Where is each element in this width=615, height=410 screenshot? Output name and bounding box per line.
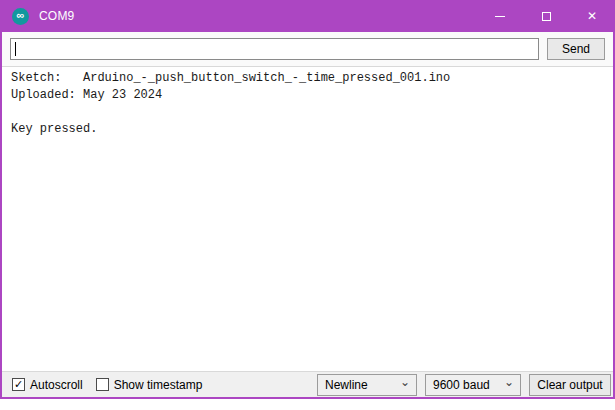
autoscroll-checkbox[interactable]: ✓ Autoscroll <box>12 378 83 392</box>
console-line: Uploaded: May 23 2024 <box>11 87 613 104</box>
checkbox-checked-icon: ✓ <box>12 378 25 391</box>
checkbox-unchecked-icon <box>96 378 109 391</box>
minimize-button[interactable] <box>477 0 523 32</box>
checkmark-icon: ✓ <box>14 379 23 390</box>
window-controls: ✕ <box>477 0 615 32</box>
maximize-icon <box>542 12 551 21</box>
serial-monitor-window: ∞ COM9 ✕ Send Sketch: Arduino_-_push_but… <box>0 0 615 399</box>
baud-rate-value: 9600 baud <box>433 378 490 392</box>
serial-input[interactable] <box>10 38 539 60</box>
console-line: Key pressed. <box>11 121 613 138</box>
show-timestamp-label: Show timestamp <box>114 378 203 392</box>
minimize-icon <box>495 16 505 17</box>
maximize-button[interactable] <box>523 0 569 32</box>
chevron-down-icon: ⌄ <box>504 379 514 386</box>
close-button[interactable]: ✕ <box>569 0 615 32</box>
show-timestamp-checkbox[interactable]: Show timestamp <box>96 378 203 392</box>
arduino-logo-icon: ∞ <box>12 8 29 25</box>
infinity-glyph: ∞ <box>17 10 25 21</box>
serial-input-wrap <box>10 38 539 60</box>
close-icon: ✕ <box>587 10 597 22</box>
send-button[interactable]: Send <box>547 38 605 60</box>
autoscroll-label: Autoscroll <box>30 378 83 392</box>
clear-output-button[interactable]: Clear output <box>529 374 611 396</box>
window-title: COM9 <box>39 9 74 23</box>
send-row: Send <box>2 32 613 66</box>
statusbar: ✓ Autoscroll Show timestamp Newline ⌄ 96… <box>2 372 613 397</box>
console-line: Sketch: Arduino_-_push_button_switch_-_t… <box>11 70 613 87</box>
console-line <box>11 104 613 121</box>
line-ending-value: Newline <box>325 378 368 392</box>
serial-output-area[interactable]: Sketch: Arduino_-_push_button_switch_-_t… <box>2 66 613 372</box>
line-ending-select[interactable]: Newline ⌄ <box>317 374 417 396</box>
text-caret <box>15 42 16 56</box>
chevron-down-icon: ⌄ <box>400 379 410 386</box>
baud-rate-select[interactable]: 9600 baud ⌄ <box>425 374 521 396</box>
titlebar[interactable]: ∞ COM9 ✕ <box>0 0 615 32</box>
